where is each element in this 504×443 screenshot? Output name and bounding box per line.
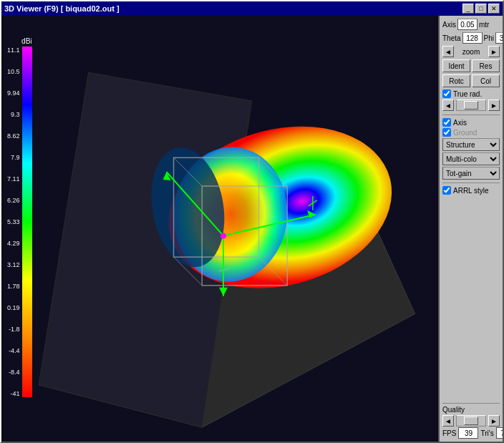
axis-input[interactable]	[457, 19, 478, 30]
scroll-track[interactable]	[456, 99, 486, 111]
structure-select[interactable]: Structure	[442, 138, 500, 151]
scale-val-6: 7.11	[7, 175, 20, 182]
true-rad-row: True rad.	[442, 89, 500, 98]
maximize-button[interactable]: □	[475, 4, 487, 14]
quality-thumb[interactable]	[464, 417, 478, 425]
ground-check-label: Ground	[453, 129, 477, 137]
ident-button[interactable]: Ident	[442, 59, 470, 72]
multi-color-row: Multi-colo	[442, 152, 500, 165]
fps-label: FPS	[442, 429, 456, 437]
true-rad-label: True rad.	[453, 90, 482, 98]
scale-bar-gradient	[22, 47, 32, 397]
arrl-row: ARRL style	[442, 186, 500, 195]
svg-point-20	[220, 233, 226, 238]
tris-label: Tri's	[480, 429, 493, 437]
minimize-button[interactable]: _	[462, 4, 474, 14]
scale-val-3: 9.3	[7, 111, 20, 118]
divider-1	[442, 115, 500, 115]
scale-val-16: -41	[7, 390, 20, 397]
scale-values: 11.1 10.5 9.94 9.3 8.62 7.9 7.11 6.26 5.…	[7, 47, 20, 397]
right-panel: Axis mtr Theta Phi ◄ zoom ► Ident Res	[438, 16, 503, 442]
axis-checkbox[interactable]	[442, 118, 451, 127]
divider-2	[442, 182, 500, 183]
axis-check-row: Axis	[442, 118, 500, 127]
close-button[interactable]: ✕	[488, 4, 500, 14]
scroll-thumb[interactable]	[464, 101, 478, 109]
scale-val-5: 7.9	[7, 154, 20, 161]
scale-val-14: -4.4	[7, 347, 20, 354]
scale-val-7: 6.26	[7, 197, 20, 204]
axis-check-label: Axis	[453, 119, 467, 127]
true-rad-checkbox[interactable]	[442, 89, 451, 98]
quality-track[interactable]	[456, 415, 486, 427]
arrl-label: ARRL style	[453, 187, 489, 195]
fps-value	[458, 427, 478, 439]
scale-val-15: -8.4	[7, 369, 20, 376]
zoom-row: ◄ zoom ►	[442, 46, 500, 57]
zoom-right-button[interactable]: ►	[488, 46, 500, 57]
scale-val-11: 1.78	[7, 283, 20, 290]
scale-val-0: 11.1	[7, 47, 20, 54]
res-button[interactable]: Res	[472, 59, 500, 72]
axis-label: Axis	[442, 21, 456, 29]
ground-check-row: Ground	[442, 128, 500, 137]
multi-color-select[interactable]: Multi-colo	[442, 152, 500, 165]
scale-val-12: 0.19	[7, 304, 20, 311]
col-button[interactable]: Col	[472, 74, 500, 87]
scale-val-8: 5.33	[7, 218, 20, 225]
ground-checkbox[interactable]	[442, 128, 451, 137]
main-window: 3D Viewer (F9) [ biquad02.out ] _ □ ✕ dB…	[0, 0, 504, 443]
fps-tris-row: FPS Tri's	[442, 427, 500, 439]
tot-gain-select[interactable]: Tot-gain	[442, 167, 500, 180]
main-view: dBi 11.1 10.5 9.94 9.3 8.62 7.9 7.11 6.2…	[1, 16, 438, 442]
scale-val-9: 4.29	[7, 240, 20, 247]
rotc-button[interactable]: Rotc	[442, 74, 470, 87]
ident-res-row: Ident Res	[442, 59, 500, 72]
scroll-row: ◄ ►	[442, 99, 500, 111]
quality-scroll-row: ◄ ►	[442, 415, 500, 427]
3d-scene	[1, 16, 438, 442]
window-title: 3D Viewer (F9) [ biquad02.out ]	[4, 4, 120, 13]
theta-input[interactable]	[462, 32, 483, 44]
quality-left-button[interactable]: ◄	[442, 415, 454, 427]
theta-phi-row: Theta Phi	[442, 32, 500, 44]
theta-label: Theta	[442, 34, 461, 42]
quality-label: Quality	[442, 406, 500, 414]
structure-row: Structure	[442, 138, 500, 151]
title-bar: 3D Viewer (F9) [ biquad02.out ] _ □ ✕	[1, 1, 503, 16]
scroll-right-button[interactable]: ►	[488, 99, 500, 111]
content-area: dBi 11.1 10.5 9.94 9.3 8.62 7.9 7.11 6.2…	[1, 16, 503, 442]
phi-label: Phi	[484, 34, 494, 42]
axis-unit: mtr	[479, 21, 489, 29]
quality-section: Quality ◄ ► FPS Tri's	[442, 403, 500, 439]
color-scale: dBi 11.1 10.5 9.94 9.3 8.62 7.9 7.11 6.2…	[7, 37, 32, 397]
rotc-col-row: Rotc Col	[442, 74, 500, 87]
scroll-left-button[interactable]: ◄	[442, 99, 454, 111]
scale-val-4: 8.62	[7, 132, 20, 140]
tot-gain-row: Tot-gain	[442, 167, 500, 180]
quality-right-button[interactable]: ►	[488, 415, 500, 427]
scale-bar-container: 11.1 10.5 9.94 9.3 8.62 7.9 7.11 6.26 5.…	[7, 47, 32, 397]
scale-val-1: 10.5	[7, 68, 20, 75]
phi-input[interactable]	[495, 32, 503, 44]
tris-value	[496, 427, 503, 439]
arrl-checkbox[interactable]	[442, 186, 451, 195]
scale-val-2: 9.94	[7, 89, 20, 97]
zoom-left-button[interactable]: ◄	[442, 46, 454, 57]
zoom-label: zoom	[455, 48, 487, 56]
scale-val-10: 3.12	[7, 261, 20, 268]
title-bar-buttons: _ □ ✕	[462, 4, 500, 14]
spacer	[442, 196, 500, 401]
scale-label: dBi	[21, 37, 32, 45]
axis-row: Axis mtr	[442, 19, 500, 30]
scale-val-13: -1.8	[7, 326, 20, 333]
